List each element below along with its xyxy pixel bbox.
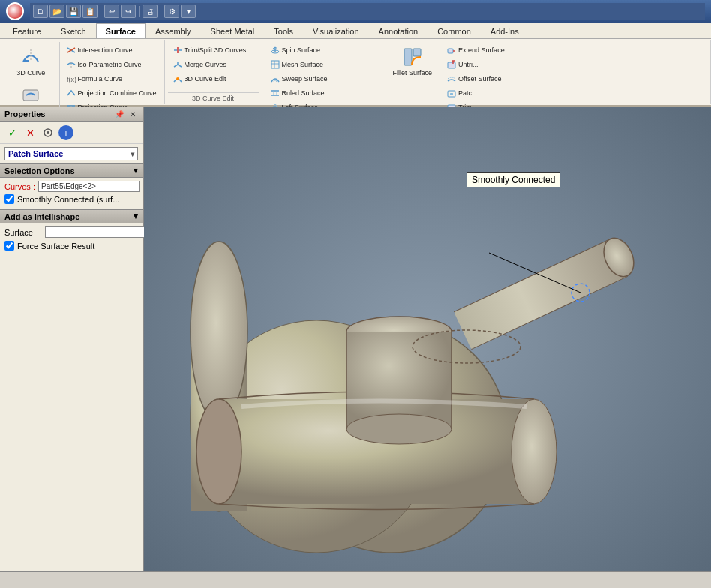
extend-surface-button[interactable]: Extend Surface — [443, 44, 508, 57]
selection-options-header[interactable]: Selection Options ▾ — [0, 164, 142, 178]
save-button[interactable]: 💾 — [66, 4, 81, 18]
panel-title: Properties — [4, 110, 45, 118]
intersection-curve-button[interactable]: Intersection Curve — [63, 44, 160, 57]
3d-curve-button[interactable]: 3D Curve — [6, 44, 56, 80]
tab-feature[interactable]: Feature — [3, 23, 51, 38]
tab-sketch[interactable]: Sketch — [51, 23, 96, 38]
3d-curve-icon — [20, 46, 41, 68]
surface-label: Surface — [4, 228, 42, 237]
separator — [100, 6, 101, 16]
surface-input[interactable] — [45, 226, 146, 238]
curves-label: Curves : — [4, 181, 38, 191]
dropdown-label: Patch Surface — [8, 149, 130, 158]
formula-icon: f(x) — [66, 74, 76, 84]
iso-icon — [66, 59, 76, 70]
group-surface: Spin Surface Mesh Surface Sweep Surface — [262, 40, 382, 104]
title-bar: 🗋 📂 💾 📋 ↩ ↪ 🖨 ⚙ ▾ — [0, 0, 711, 22]
redo-button[interactable]: ↪ — [121, 4, 136, 18]
trim-split-button[interactable]: Trim/Split 3D Curves — [170, 44, 250, 57]
smoothly-connected-checkbox[interactable] — [4, 194, 14, 204]
proj-combine-button[interactable]: Projection Combine Curve — [63, 86, 160, 100]
untrim-button[interactable]: Untri... — [443, 58, 508, 71]
iso-parametric-button[interactable]: Iso-Parametric Curve — [63, 58, 160, 71]
force-surface-row: Force Surface Result — [4, 241, 138, 250]
canvas-area[interactable]: Smoothly Connected — [144, 106, 711, 572]
formula-curve-button[interactable]: f(x) Formula Curve — [63, 72, 160, 86]
curves-input[interactable] — [38, 181, 140, 192]
options-button[interactable]: ⚙ — [164, 4, 179, 18]
prop-toolbar: ✓ ✕ i — [0, 122, 142, 144]
smoothly-connected-row: Smoothly Connected (surf... — [4, 194, 138, 204]
spin-icon — [270, 45, 280, 56]
tab-tools[interactable]: Tools — [264, 23, 303, 38]
svg-rect-16 — [448, 62, 455, 68]
close-panel-button[interactable]: ✕ — [128, 109, 138, 119]
formula-curve-label: Formula Curve — [78, 75, 123, 82]
trim-split-icon — [172, 45, 183, 56]
pin-button[interactable]: 📌 — [114, 109, 124, 119]
tab-annotation[interactable]: Annotation — [369, 23, 428, 38]
intersect-icon — [66, 45, 76, 56]
3d-curve-edit-icon — [172, 74, 183, 84]
collapse-arrow2: ▾ — [134, 212, 138, 221]
main-area: Properties 📌 ✕ ✓ ✕ i Patch Surface ▾ Sel… — [0, 106, 711, 572]
fillet-surface-button[interactable]: Fillet Surface — [388, 44, 437, 80]
info-button[interactable]: i — [58, 125, 74, 140]
dropdown-arrow: ▾ — [130, 150, 134, 158]
tab-addins[interactable]: Add-Ins — [481, 23, 529, 38]
mesh-icon — [270, 59, 280, 70]
status-bar — [0, 572, 711, 585]
tab-sheetmetal[interactable]: Sheet Metal — [201, 23, 265, 38]
trim-split-label: Trim/Split 3D Curves — [184, 46, 247, 54]
settings-button[interactable] — [40, 125, 56, 140]
dropdown-arrow[interactable]: ▾ — [181, 4, 196, 18]
merge-curves-label: Merge Curves — [184, 61, 227, 68]
add-intellishape-header[interactable]: Add as Intellishape ▾ — [0, 209, 142, 224]
tab-visualization[interactable]: Visualization — [303, 23, 369, 38]
ruled-surface-button[interactable]: Ruled Surface — [267, 86, 332, 100]
sweep-icon — [270, 74, 280, 84]
extend-surface-label: Extend Surface — [458, 46, 505, 54]
open-button[interactable]: 📂 — [50, 4, 64, 18]
tab-surface[interactable]: Surface — [96, 23, 146, 38]
mesh-surface-button[interactable]: Mesh Surface — [267, 58, 332, 71]
group-surface-edit: Fillet Surface Extend Surface Untri... — [382, 40, 711, 104]
proj-combine-label: Projection Combine Curve — [78, 89, 157, 97]
untrim-label: Untri... — [458, 61, 478, 68]
tab-assembly[interactable]: Assembly — [146, 23, 201, 38]
patch-surface-dropdown[interactable]: Patch Surface ▾ — [4, 147, 138, 160]
3d-curve-edit-button[interactable]: 3D Curve Edit — [170, 72, 250, 86]
save-as-button[interactable]: 📋 — [82, 4, 98, 18]
reject-button[interactable]: ✕ — [22, 125, 38, 140]
merge-curves-button[interactable]: Merge Curves — [170, 58, 250, 71]
undo-button[interactable]: ↩ — [104, 4, 119, 18]
patch-button[interactable]: Patc... — [443, 86, 508, 100]
print-button[interactable]: 🖨 — [142, 4, 158, 18]
collapse-arrow: ▾ — [134, 166, 138, 176]
app-logo — [6, 2, 24, 20]
new-button[interactable]: 🗋 — [33, 4, 48, 18]
group-3dcurve-edit: Trim/Split 3D Curves Merge Curves 3D Cur… — [165, 40, 262, 104]
tab-common[interactable]: Common — [428, 23, 481, 38]
ribbon-tabs: Feature Sketch Surface Assembly Sheet Me… — [0, 22, 711, 39]
svg-rect-2 — [23, 90, 38, 100]
surface-row: Surface — [4, 226, 138, 238]
selection-options-body: Curves : Smoothly Connected (surf... — [0, 178, 142, 209]
smoothly-connected-label: Smoothly Connected (surf... — [17, 195, 119, 204]
panel-icons: 📌 ✕ — [114, 109, 138, 119]
spin-surface-button[interactable]: Spin Surface — [267, 44, 332, 57]
selection-options-label: Selection Options — [4, 166, 75, 176]
proj-combine-icon — [66, 88, 76, 98]
offset-surface-button[interactable]: Offset Surface — [443, 72, 508, 86]
svg-point-34 — [346, 414, 452, 444]
accept-button[interactable]: ✓ — [4, 125, 20, 140]
add-intellishape-body: Surface Force Surface Result — [0, 224, 142, 256]
sweep-surface-button[interactable]: Sweep Surface — [267, 72, 332, 86]
svg-rect-15 — [448, 49, 453, 53]
add-intellishape-label: Add as Intellishape — [4, 212, 80, 221]
3d-viewport — [144, 106, 711, 572]
svg-rect-9 — [272, 61, 279, 68]
properties-panel: Properties 📌 ✕ ✓ ✕ i Patch Surface ▾ Sel… — [0, 106, 144, 572]
fillet-surface-icon — [402, 46, 423, 68]
force-surface-checkbox[interactable] — [4, 241, 14, 250]
